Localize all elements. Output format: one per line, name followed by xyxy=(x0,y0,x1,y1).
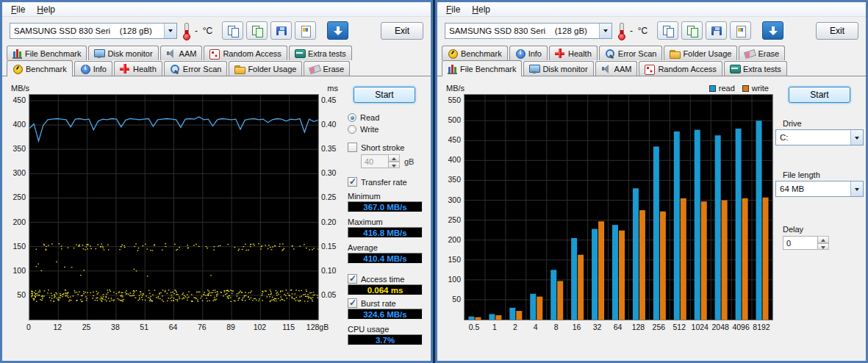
tick-label: 500 xyxy=(443,115,461,124)
temperature-readout: - °C xyxy=(195,26,212,36)
copy-button[interactable] xyxy=(657,21,678,40)
delay-input[interactable]: 0 xyxy=(783,236,818,250)
tab-label: Error Scan xyxy=(618,48,657,58)
tab-label: Error Scan xyxy=(183,64,222,73)
file-benchmark-controls: Start Drive C: File length 64 MB Delay 0 xyxy=(775,84,864,250)
tab-error-scan[interactable]: Error Scan xyxy=(599,46,663,60)
tab-label: Benchmark xyxy=(461,48,502,58)
start-button[interactable]: Start xyxy=(789,87,850,103)
device-select[interactable]: SAMSUNG SSD 830 Seri (128 gB) xyxy=(445,23,612,39)
tab-aam[interactable]: AAM xyxy=(160,46,203,60)
burst-rate-checkbox[interactable] xyxy=(348,298,357,308)
tab-file-benchmark[interactable]: File Benchmark xyxy=(7,46,87,60)
tab-error-scan[interactable]: Error Scan xyxy=(164,61,228,76)
tab-folder-usage[interactable]: Folder Usage xyxy=(664,46,737,60)
aam-icon xyxy=(601,64,611,74)
extra-tests-icon xyxy=(295,48,305,59)
tab-extra-tests[interactable]: Extra tests xyxy=(289,46,352,60)
download-button[interactable] xyxy=(327,21,348,40)
menu-help[interactable]: Help xyxy=(31,4,61,15)
tab-label: Health xyxy=(133,64,157,73)
tab-erase[interactable]: Erase xyxy=(304,61,350,76)
drive-select-arrow[interactable] xyxy=(850,130,863,145)
tick-label: 450 xyxy=(443,135,461,144)
tab-aam[interactable]: AAM xyxy=(595,61,638,76)
tab-disk-monitor[interactable]: Disk monitor xyxy=(523,61,593,76)
tab-label: Benchmark xyxy=(26,64,67,73)
folder-usage-icon xyxy=(670,48,680,59)
tab-random-access[interactable]: Random Access xyxy=(204,46,287,60)
transfer-rate-checkbox[interactable] xyxy=(348,177,357,187)
file-length-select[interactable]: 64 MB xyxy=(775,181,864,197)
menu-file[interactable]: File xyxy=(5,4,31,15)
minimum-value: 367.0 MB/s xyxy=(348,201,423,212)
device-select[interactable]: SAMSUNG SSD 830 Seri (128 gB) xyxy=(10,23,177,39)
chevron-down-icon xyxy=(168,29,173,35)
tab-info[interactable]: Info xyxy=(509,46,548,60)
tab-benchmark[interactable]: Benchmark xyxy=(442,46,508,60)
average-label: Average xyxy=(348,243,428,252)
tick-label: 150 xyxy=(8,242,26,251)
exit-button[interactable]: Exit xyxy=(381,22,423,40)
spin-down-button[interactable] xyxy=(389,162,400,169)
thermometer-icon xyxy=(617,22,625,39)
save-button[interactable] xyxy=(270,21,292,40)
menu-help[interactable]: Help xyxy=(466,4,496,15)
tick-label: 0.45 xyxy=(321,96,340,104)
write-radio[interactable] xyxy=(348,125,356,134)
health-icon xyxy=(120,64,130,74)
device-select-arrow[interactable] xyxy=(164,24,176,38)
copy-to-file-button[interactable] xyxy=(681,21,703,40)
copy-to-file-button[interactable] xyxy=(246,21,268,40)
tab-info[interactable]: Info xyxy=(74,61,112,76)
spin-up-button[interactable] xyxy=(389,154,400,162)
menubar: File Help xyxy=(437,2,866,17)
tab-random-access[interactable]: Random Access xyxy=(639,61,722,76)
aam-icon xyxy=(166,48,176,59)
tab-extra-tests[interactable]: Extra tests xyxy=(724,61,787,76)
capture-button[interactable] xyxy=(730,21,751,40)
device-select-arrow[interactable] xyxy=(599,24,611,38)
tick-label: 512 xyxy=(669,323,689,331)
capture-button[interactable] xyxy=(295,21,316,40)
erase-icon xyxy=(745,48,755,59)
drive-label: Drive xyxy=(783,119,864,128)
start-button[interactable]: Start xyxy=(354,87,415,103)
tab-label: Info xyxy=(528,48,542,58)
tab-disk-monitor[interactable]: Disk monitor xyxy=(88,46,158,60)
tick-label: 12 xyxy=(44,323,71,331)
short-stroke-size-input[interactable]: 40 xyxy=(361,154,389,168)
read-radio[interactable] xyxy=(348,113,356,122)
tab-folder-usage[interactable]: Folder Usage xyxy=(229,61,302,76)
tab-health[interactable]: Health xyxy=(549,46,598,60)
short-stroke-checkbox[interactable] xyxy=(348,143,357,152)
tick-label: 64 xyxy=(608,323,628,331)
cpu-usage-value: 3.7% xyxy=(348,334,423,345)
benchmark-controls: Start Read Write Short stroke 40 gB Tran… xyxy=(340,84,428,345)
copy-button[interactable] xyxy=(222,21,243,40)
tick-label: 0.35 xyxy=(321,144,340,153)
access-time-checkbox[interactable] xyxy=(348,274,357,284)
file-benchmark-panel: MB/s read write 550500450400350300250200… xyxy=(437,76,866,361)
menu-file[interactable]: File xyxy=(440,4,466,15)
tab-label: Random Access xyxy=(223,48,281,58)
tab-file-benchmark[interactable]: File Benchmark xyxy=(442,60,522,76)
tab-benchmark[interactable]: Benchmark xyxy=(7,60,73,76)
spin-down-button[interactable] xyxy=(818,243,829,251)
read-legend-swatch xyxy=(709,85,716,92)
save-button[interactable] xyxy=(706,21,727,40)
drive-select[interactable]: C: xyxy=(775,129,864,145)
tick-label: 100 xyxy=(443,275,461,284)
download-arrow-icon xyxy=(332,25,344,37)
tab-erase[interactable]: Erase xyxy=(739,46,785,60)
exit-button[interactable]: Exit xyxy=(816,22,858,40)
tick-label: 350 xyxy=(443,175,461,184)
file-length-select-arrow[interactable] xyxy=(850,182,863,196)
tick-label: 2048 xyxy=(710,323,731,331)
erase-icon xyxy=(309,64,320,74)
tab-health[interactable]: Health xyxy=(114,61,162,76)
tick-label: 1 xyxy=(484,323,505,331)
spin-up-button[interactable] xyxy=(818,236,829,243)
download-button[interactable] xyxy=(762,21,783,40)
tab-label: Folder Usage xyxy=(683,48,731,58)
